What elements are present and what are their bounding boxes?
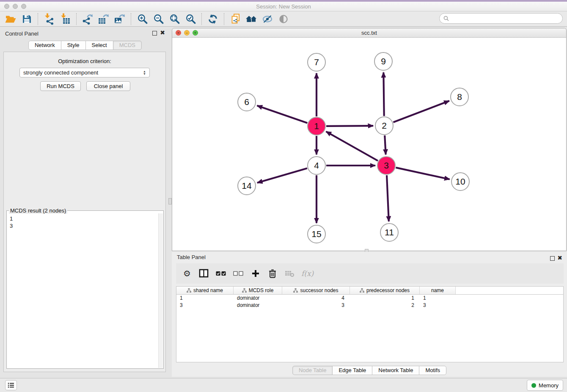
- column-header-predecessor-nodes[interactable]: predecessor nodes: [350, 287, 420, 294]
- edge-1-2[interactable]: [326, 126, 373, 126]
- node-11[interactable]: 11: [380, 223, 399, 242]
- tab-node-table[interactable]: Node Table: [292, 366, 333, 375]
- node-14[interactable]: 14: [237, 177, 256, 195]
- import-network-icon: [44, 13, 55, 25]
- mcds-result-list[interactable]: 1 3: [7, 213, 158, 368]
- network-overview-home-button[interactable]: [243, 12, 259, 26]
- criterion-select[interactable]: strongly connected component ▲▼: [19, 68, 150, 77]
- export-network-icon: [82, 14, 94, 25]
- add-row-button[interactable]: [250, 268, 261, 279]
- open-session-icon: [5, 14, 17, 25]
- node-2[interactable]: 2: [375, 116, 394, 135]
- tab-network[interactable]: Network: [28, 41, 61, 50]
- node-1[interactable]: 1: [307, 117, 326, 135]
- tab-network-table[interactable]: Network Table: [372, 366, 419, 375]
- delete-row-button[interactable]: [267, 268, 278, 279]
- column-header-shared-name[interactable]: shared name: [176, 287, 234, 294]
- select-all-button[interactable]: [216, 268, 226, 279]
- vertical-splitter-handle[interactable]: [168, 198, 172, 204]
- network-window-titlebar[interactable]: ✕ − + scc.txt: [172, 28, 566, 38]
- refresh-layout-button[interactable]: [205, 12, 221, 26]
- control-panel-tabs: NetworkStyleSelectMCDS: [0, 41, 170, 50]
- cell-r1-predecessor-nodes[interactable]: 2: [350, 302, 420, 309]
- cell-r1-MCDS-role[interactable]: dominator: [234, 302, 282, 309]
- import-table-button[interactable]: [57, 12, 73, 26]
- task-history-button[interactable]: [5, 380, 17, 390]
- mcds-result-title: MCDS result (2 nodes): [9, 207, 67, 214]
- export-table-button[interactable]: [96, 12, 112, 26]
- cell-r1-name[interactable]: 3: [420, 302, 456, 309]
- zoom-fit-button[interactable]: [166, 12, 182, 26]
- node-6[interactable]: 6: [237, 93, 256, 111]
- edge-3-1[interactable]: [326, 132, 378, 161]
- delete-table-button[interactable]: [284, 268, 295, 279]
- table-toolbar: ⚙f(x): [176, 263, 564, 284]
- cell-r0-successor-nodes[interactable]: 4: [282, 295, 350, 302]
- column-header-MCDS-role[interactable]: MCDS role: [234, 287, 282, 294]
- edge-2-8[interactable]: [393, 101, 449, 122]
- node-7[interactable]: 7: [307, 53, 326, 72]
- function-builder-icon: f(x): [301, 269, 314, 278]
- import-network-button[interactable]: [41, 12, 57, 26]
- column-header-name[interactable]: name: [420, 287, 456, 294]
- column-chooser-button[interactable]: [199, 268, 209, 279]
- unselect-all-button[interactable]: [233, 268, 244, 279]
- network-canvas[interactable]: 7968124314101511: [172, 38, 566, 251]
- search-field[interactable]: [439, 13, 563, 24]
- float-table-panel-icon[interactable]: [550, 256, 555, 261]
- app-titlebar: Session: New Session: [0, 2, 567, 11]
- node-15[interactable]: 15: [307, 225, 326, 243]
- float-panel-icon[interactable]: [152, 31, 157, 36]
- show-graphics-details-button[interactable]: [275, 12, 292, 26]
- node-3[interactable]: 3: [377, 156, 396, 175]
- node-9[interactable]: 9: [374, 52, 393, 71]
- node-4[interactable]: 4: [307, 156, 326, 175]
- column-label: predecessor nodes: [366, 287, 410, 293]
- column-header-successor-nodes[interactable]: successor nodes: [282, 287, 350, 294]
- cell-r0-MCDS-role[interactable]: dominator: [234, 295, 282, 302]
- hide-graphics-details-button[interactable]: [259, 12, 275, 26]
- tab-mcds[interactable]: MCDS: [113, 41, 142, 50]
- column-label: shared name: [193, 287, 223, 293]
- cell-r0-shared-name[interactable]: 1: [176, 295, 234, 302]
- tab-select[interactable]: Select: [85, 41, 113, 50]
- cell-r0-predecessor-nodes[interactable]: 1: [350, 295, 420, 302]
- function-builder-button[interactable]: f(x): [301, 268, 314, 279]
- node-10[interactable]: 10: [451, 172, 470, 191]
- result-scrollbar[interactable]: [158, 213, 163, 368]
- cell-r1-successor-nodes[interactable]: 3: [282, 302, 350, 309]
- chevron-up-down-icon: ▲▼: [143, 70, 146, 75]
- zoom-selected-button[interactable]: [182, 12, 198, 26]
- edge-layer: [172, 38, 566, 251]
- tab-motifs[interactable]: Motifs: [419, 366, 446, 375]
- edge-4-14[interactable]: [257, 168, 307, 182]
- edge-3-10[interactable]: [396, 168, 449, 179]
- close-table-panel-icon[interactable]: ✖: [557, 254, 562, 261]
- tab-edge-table[interactable]: Edge Table: [332, 366, 372, 375]
- edge-2-3[interactable]: [385, 135, 385, 155]
- run-mcds-button[interactable]: Run MCDS: [40, 81, 81, 91]
- save-session-button[interactable]: [19, 12, 35, 26]
- cell-r0-name[interactable]: 1: [420, 295, 456, 302]
- tab-style[interactable]: Style: [61, 41, 86, 50]
- open-session-button[interactable]: [3, 12, 19, 26]
- network-view-window: ✕ − + scc.txt 7968124314101511: [172, 28, 567, 251]
- zoom-out-button[interactable]: [150, 12, 166, 26]
- settings-button[interactable]: ⚙: [182, 268, 192, 279]
- zoom-in-button[interactable]: [134, 12, 150, 26]
- duplicate-network-button[interactable]: [227, 12, 243, 26]
- edge-3-11[interactable]: [387, 175, 389, 221]
- refresh-layout-icon: [207, 14, 218, 25]
- export-network-button[interactable]: [80, 12, 96, 26]
- close-panel-button[interactable]: Close panel: [86, 81, 130, 91]
- search-input[interactable]: [451, 15, 559, 22]
- edge-2-9[interactable]: [383, 72, 384, 116]
- cell-r1-shared-name[interactable]: 3: [176, 302, 234, 309]
- attribute-type-icon: [293, 288, 298, 293]
- export-image-button[interactable]: [112, 12, 128, 26]
- node-8[interactable]: 8: [450, 88, 469, 106]
- memory-button[interactable]: Memory: [527, 380, 563, 391]
- edge-1-6[interactable]: [257, 105, 308, 123]
- close-panel-icon[interactable]: ✖: [160, 29, 165, 36]
- table-header-row: shared nameMCDS rolesuccessor nodesprede…: [176, 287, 563, 295]
